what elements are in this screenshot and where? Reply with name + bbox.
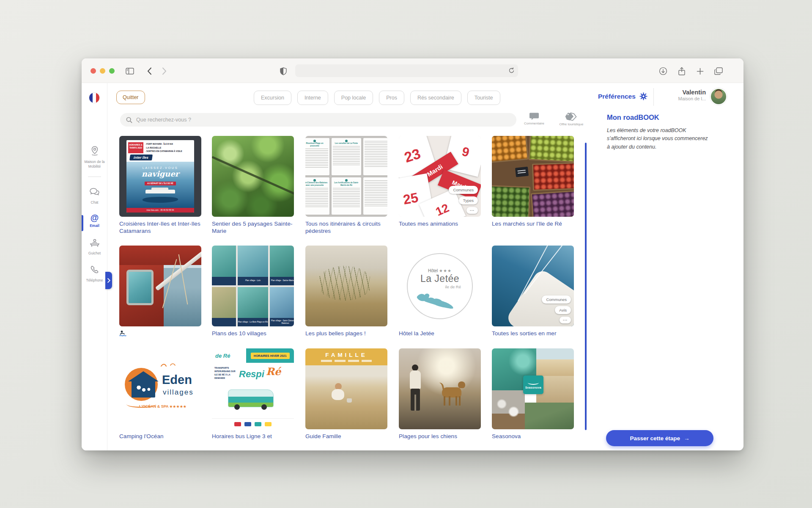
card-hotel-jetee[interactable]: Hôtel ★★★ La Jetée ile de Ré Hôtel la Je… xyxy=(399,246,481,337)
content-tools: Commentaire Offre touristique xyxy=(519,112,587,126)
preferences[interactable]: Préférences xyxy=(598,92,647,100)
card-title: Sentier des 5 paysages Sainte-Marie xyxy=(212,221,294,235)
filter-interne[interactable]: Interne xyxy=(297,91,328,105)
sidebar-expand-tab[interactable] xyxy=(105,272,112,289)
downloads-icon[interactable] xyxy=(658,66,668,76)
tab-overview-icon[interactable] xyxy=(714,66,723,76)
card-image xyxy=(305,246,387,326)
share-icon[interactable] xyxy=(677,66,686,76)
app-sidebar: Maison de la Mobilité Chat @ Email Guich… xyxy=(82,83,107,450)
price-chalkboard xyxy=(515,166,529,177)
card-itineraires[interactable]: Rivedoux-Plage en poussette Les venelles… xyxy=(305,136,387,235)
tool-label: Offre touristique xyxy=(560,122,584,126)
counter-desk-icon xyxy=(89,238,100,248)
card-plans[interactable]: Plan village - Loix Plan village - Saint… xyxy=(212,246,294,337)
card-badges: Communes Types ... xyxy=(449,186,478,214)
sidebar-item-telephone[interactable]: Téléphone xyxy=(82,265,107,283)
sidebar-item-maison-mobilite[interactable]: Maison de la Mobilité xyxy=(82,146,107,169)
privacy-shield-icon[interactable] xyxy=(279,66,288,76)
seasonova-logo: Seasonova xyxy=(523,375,543,394)
card-title: Toutes mes animations xyxy=(399,221,481,228)
card-image: Plan village - Loix Plan village - Saint… xyxy=(212,246,294,326)
card-image: Communes Avis ... xyxy=(492,246,574,326)
bus-illustration xyxy=(228,389,274,407)
card-animations[interactable]: 23 9 Mardi Mardi 25 12 Communes Types ..… xyxy=(399,136,481,228)
card-image: 23 9 Mardi Mardi 25 12 Communes Types ..… xyxy=(399,136,481,217)
card-marches[interactable]: Les marchés sur l'Ile de Ré xyxy=(492,136,574,228)
browser-window: Maison de la Mobilité Chat @ Email Guich… xyxy=(82,58,743,450)
user-name: Valentin xyxy=(648,89,706,96)
avatar[interactable] xyxy=(710,88,727,105)
badge-more[interactable]: ... xyxy=(466,207,478,214)
card-plages[interactable]: Les plus belles plages ! xyxy=(305,246,387,337)
back-icon[interactable] xyxy=(145,66,154,76)
reload-icon[interactable] xyxy=(508,67,515,76)
address-bar[interactable] xyxy=(295,64,518,77)
card-image: de Ré HORAIRES HIVER 2021 TRANSPORTS INT… xyxy=(212,348,294,429)
forward-icon[interactable] xyxy=(159,66,169,76)
sidebar-item-label: Chat xyxy=(82,200,107,205)
card-sorties-mer[interactable]: Communes Avis ... Toutes les sorties en … xyxy=(492,246,574,337)
tags-icon xyxy=(565,112,578,121)
card-image xyxy=(399,348,481,429)
card-bateau[interactable] xyxy=(119,246,201,337)
badge-more[interactable]: ... xyxy=(560,317,571,323)
filter-pros[interactable]: Pros xyxy=(379,91,404,105)
quit-button[interactable]: Quitter xyxy=(116,91,145,104)
sidebar-item-email[interactable]: @ Email xyxy=(82,213,107,228)
card-camping-ocean[interactable]: Eden villages L'OCÉAN & SPA ★★★★★ Campin… xyxy=(119,348,201,440)
filter-buttons: Excursion Interne Pop locale Pros Rés se… xyxy=(254,91,500,105)
sidebar-item-chat[interactable]: Chat xyxy=(82,187,107,205)
close-window-button[interactable] xyxy=(91,68,96,74)
ship-illustration xyxy=(145,190,175,193)
gear-icon[interactable] xyxy=(639,92,647,100)
tool-comment[interactable]: Commentaire xyxy=(519,112,549,126)
card-croisieres[interactable]: HORAIRES & TARIFS 2022 · FORT BOYARD · Î… xyxy=(119,136,201,235)
card-title: Croisières Inter-Iles et Inter-Iles Cata… xyxy=(119,221,201,235)
card-plages-chiens[interactable]: Plages pour les chiens xyxy=(399,348,481,440)
badge-communes[interactable]: Communes xyxy=(542,295,571,304)
badge-types[interactable]: Types xyxy=(459,196,478,204)
user-info[interactable]: Valentin Maison de l... xyxy=(648,89,706,101)
card-guide-famille[interactable]: FAMILLE Guide Famille xyxy=(305,348,387,440)
card-title: Seasonova xyxy=(492,433,574,440)
badge-communes[interactable]: Communes xyxy=(449,186,478,194)
scroll-indicator[interactable] xyxy=(585,143,587,430)
filter-excursion[interactable]: Excursion xyxy=(254,91,291,105)
card-image: Eden villages L'OCÉAN & SPA ★★★★★ xyxy=(119,348,201,429)
filter-touriste[interactable]: Touriste xyxy=(467,91,500,105)
card-sentier[interactable]: Sentier des 5 paysages Sainte-Marie xyxy=(212,136,294,235)
bird-icon xyxy=(160,362,179,369)
sidebar-toggle-icon[interactable] xyxy=(125,66,134,76)
interiles-logo: inter îles xyxy=(129,155,153,160)
sidebar-item-label: Maison de la Mobilité xyxy=(82,160,107,169)
search-input[interactable] xyxy=(136,117,510,123)
minimize-window-button[interactable] xyxy=(100,68,105,74)
sidebar-item-guichet[interactable]: Guichet xyxy=(82,238,107,256)
filter-pop-locale[interactable]: Pop locale xyxy=(334,91,373,105)
skip-step-button[interactable]: Passer cette étape → xyxy=(606,430,713,446)
search-bar[interactable] xyxy=(120,113,516,127)
card-title: Horaires bus Ligne 3 et xyxy=(212,433,294,440)
french-flag-logo xyxy=(89,92,100,103)
roadbook-title: Mon roadBOOK xyxy=(607,113,659,121)
location-pin-icon xyxy=(90,146,100,157)
card-image xyxy=(119,246,201,326)
email-at-icon: @ xyxy=(91,213,99,222)
preferences-label: Préférences xyxy=(598,93,636,100)
new-tab-icon[interactable] xyxy=(695,66,705,76)
card-image: FAMILLE xyxy=(305,348,387,429)
roadbook-empty-text: Les éléments de votre roadBOOK s'affiche… xyxy=(607,127,712,151)
phone-icon xyxy=(90,265,100,275)
tool-label: Commentaire xyxy=(524,121,544,125)
island-silhouette xyxy=(414,290,465,309)
card-image: HORAIRES & TARIFS 2022 · FORT BOYARD · Î… xyxy=(119,136,201,217)
card-image: Rivedoux-Plage en poussette Les venelles… xyxy=(305,136,387,217)
card-seasonova[interactable]: Seasonova Seasonova xyxy=(492,348,574,440)
zoom-window-button[interactable] xyxy=(109,68,115,74)
tool-offre-touristique[interactable]: Offre touristique xyxy=(556,112,587,126)
badge-avis[interactable]: Avis xyxy=(555,306,571,314)
sidebar-item-label: Téléphone xyxy=(82,278,107,283)
filter-res-secondaire[interactable]: Rés secondaire xyxy=(410,91,461,105)
card-horaires-bus[interactable]: de Ré HORAIRES HIVER 2021 TRANSPORTS INT… xyxy=(212,348,294,440)
